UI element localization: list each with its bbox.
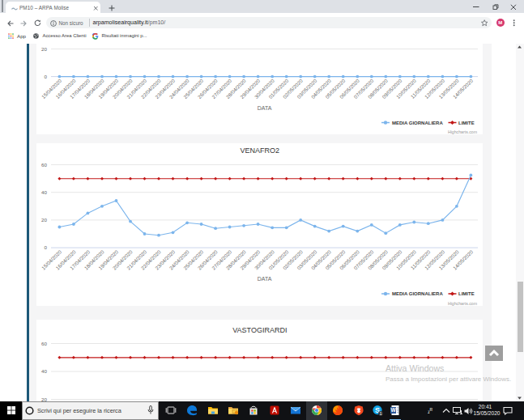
svg-text:DATA: DATA <box>258 275 272 281</box>
svg-text:60: 60 <box>41 161 47 167</box>
svg-text:20: 20 <box>41 217 47 223</box>
svg-text:40: 40 <box>41 368 47 374</box>
svg-text:1: 1 <box>379 411 381 416</box>
svg-text:20: 20 <box>41 46 47 52</box>
svg-text:LIMITE: LIMITE <box>458 121 475 125</box>
svg-text:Highcharts.com: Highcharts.com <box>448 129 477 134</box>
svg-text:0: 0 <box>45 244 48 250</box>
svg-text:MEDIA GIORNALIERA: MEDIA GIORNALIERA <box>392 121 443 125</box>
svg-text:LIMITE: LIMITE <box>458 291 475 296</box>
svg-text:W: W <box>390 407 396 413</box>
svg-text:VENAFRO2: VENAFRO2 <box>241 146 280 155</box>
svg-text:0: 0 <box>45 74 48 79</box>
svg-text:VASTOGIRARDI: VASTOGIRARDI <box>232 326 287 334</box>
svg-text:MEDIA GIORNALIERA: MEDIA GIORNALIERA <box>392 291 443 296</box>
svg-text:40: 40 <box>41 189 47 195</box>
svg-text:DATA: DATA <box>258 105 272 111</box>
svg-text:60: 60 <box>41 341 47 346</box>
svg-text:Highcharts.com: Highcharts.com <box>448 300 477 305</box>
